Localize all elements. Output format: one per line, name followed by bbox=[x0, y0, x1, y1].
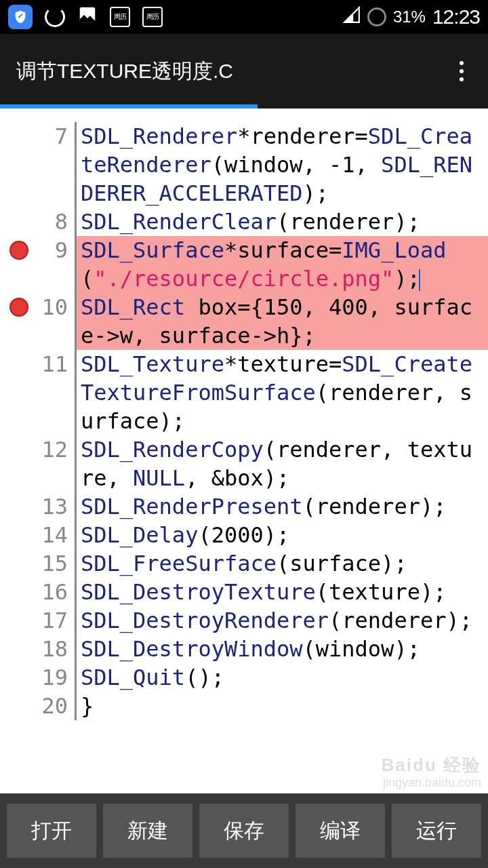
line-number: 9 bbox=[55, 236, 68, 264]
code-line[interactable]: 19SDL_Quit(); bbox=[0, 663, 488, 692]
line-number: 19 bbox=[41, 663, 68, 692]
new-button[interactable]: 新建 bbox=[103, 804, 192, 858]
code-text[interactable]: SDL_DestroyTexture(texture); bbox=[77, 578, 488, 606]
line-number: 11 bbox=[41, 350, 68, 378]
bottom-toolbar: 打开 新建 保存 编译 运行 bbox=[0, 793, 488, 868]
code-text[interactable]: SDL_Texture*texture=SDL_CreateTextureFro… bbox=[77, 350, 488, 435]
gutter[interactable]: 9 bbox=[0, 236, 75, 293]
code-line[interactable]: 13SDL_RenderPresent(renderer); bbox=[0, 492, 488, 521]
gutter[interactable]: 8 bbox=[0, 208, 75, 236]
battery-icon bbox=[367, 7, 386, 26]
gutter[interactable]: 15 bbox=[0, 549, 75, 578]
text-cursor bbox=[419, 269, 420, 291]
gutter[interactable]: 13 bbox=[0, 492, 75, 521]
status-bar: 周历 周历 31% 12:23 bbox=[0, 0, 488, 34]
gutter[interactable]: 10 bbox=[0, 293, 75, 350]
code-line[interactable]: 9SDL_Surface*surface=IMG_Load("./resourc… bbox=[0, 236, 488, 293]
more-menu-button[interactable] bbox=[451, 53, 472, 90]
file-title[interactable]: 调节TEXTURE透明度.C bbox=[16, 58, 233, 85]
code-text[interactable]: SDL_RenderClear(renderer); bbox=[77, 208, 488, 236]
code-line[interactable]: 15SDL_FreeSurface(surface); bbox=[0, 549, 488, 578]
gutter[interactable]: 18 bbox=[0, 635, 75, 663]
code-text[interactable]: SDL_Delay(2000); bbox=[77, 521, 488, 549]
signal-icon bbox=[343, 6, 361, 28]
app-bar: 调节TEXTURE透明度.C bbox=[0, 34, 488, 108]
code-text[interactable]: SDL_DestroyWindow(window); bbox=[77, 635, 488, 663]
gutter[interactable]: 16 bbox=[0, 578, 75, 606]
code-line[interactable]: 16SDL_DestroyTexture(texture); bbox=[0, 578, 488, 606]
code-text[interactable]: SDL_Renderer*renderer=SDL_CreateRenderer… bbox=[77, 122, 488, 208]
line-number: 18 bbox=[41, 635, 68, 663]
status-left: 周历 周历 bbox=[8, 5, 163, 30]
line-number: 8 bbox=[55, 208, 68, 236]
line-number: 12 bbox=[41, 435, 68, 464]
run-button[interactable]: 运行 bbox=[392, 804, 481, 858]
status-right: 31% 12:23 bbox=[343, 5, 480, 28]
calendar-icon-2: 周历 bbox=[142, 7, 163, 27]
code-text[interactable]: } bbox=[77, 692, 488, 720]
gutter[interactable]: 11 bbox=[0, 350, 75, 435]
line-number: 10 bbox=[41, 293, 68, 321]
code-text[interactable]: SDL_RenderPresent(renderer); bbox=[77, 492, 488, 521]
shield-app-icon bbox=[8, 5, 33, 29]
code-text[interactable]: SDL_DestroyRenderer(renderer); bbox=[77, 606, 488, 635]
line-number: 16 bbox=[41, 578, 68, 606]
save-button[interactable]: 保存 bbox=[199, 804, 289, 858]
code-text[interactable]: SDL_Surface*surface=IMG_Load("./resource… bbox=[77, 236, 488, 293]
line-number: 14 bbox=[41, 521, 68, 549]
gallery-icon bbox=[77, 5, 98, 30]
gutter[interactable]: 14 bbox=[0, 521, 75, 549]
gutter[interactable]: 12 bbox=[0, 435, 75, 492]
code-line[interactable]: 10SDL_Rect box={150, 400, surface->w, su… bbox=[0, 293, 488, 350]
code-editor[interactable]: 61280, SDL_WINDOW_SHOWN);7SDL_Renderer*r… bbox=[0, 108, 488, 793]
code-line[interactable]: 8SDL_RenderClear(renderer); bbox=[0, 208, 488, 236]
line-number: 7 bbox=[55, 122, 68, 151]
code-line[interactable]: 7SDL_Renderer*renderer=SDL_CreateRendere… bbox=[0, 122, 488, 208]
battery-percentage: 31% bbox=[393, 7, 426, 26]
code-line[interactable]: 18SDL_DestroyWindow(window); bbox=[0, 635, 488, 663]
gutter[interactable]: 19 bbox=[0, 663, 75, 692]
clock: 12:23 bbox=[432, 5, 480, 28]
loading-icon bbox=[45, 7, 65, 27]
line-number: 17 bbox=[41, 606, 68, 635]
gutter[interactable]: 20 bbox=[0, 692, 75, 720]
line-number: 15 bbox=[41, 549, 68, 578]
line-number: 20 bbox=[41, 692, 68, 720]
breakpoint-icon[interactable] bbox=[9, 298, 28, 317]
compile-button[interactable]: 编译 bbox=[296, 804, 385, 858]
code-line[interactable]: 14SDL_Delay(2000); bbox=[0, 521, 488, 549]
code-line[interactable]: 12SDL_RenderCopy(renderer, texture, NULL… bbox=[0, 435, 488, 492]
code-text[interactable]: SDL_RenderCopy(renderer, texture, NULL, … bbox=[77, 435, 488, 492]
open-button[interactable]: 打开 bbox=[7, 804, 96, 858]
breakpoint-icon[interactable] bbox=[9, 241, 28, 260]
code-text[interactable]: SDL_Rect box={150, 400, surface->w, surf… bbox=[77, 293, 488, 350]
code-text[interactable]: SDL_Quit(); bbox=[77, 663, 488, 692]
code-line[interactable]: 20} bbox=[0, 692, 488, 720]
code-line[interactable]: 11SDL_Texture*texture=SDL_CreateTextureF… bbox=[0, 350, 488, 435]
gutter[interactable]: 7 bbox=[0, 122, 75, 208]
code-line[interactable]: 17SDL_DestroyRenderer(renderer); bbox=[0, 606, 488, 635]
code-text[interactable]: SDL_FreeSurface(surface); bbox=[77, 549, 488, 578]
line-number: 13 bbox=[41, 492, 68, 521]
calendar-icon-1: 周历 bbox=[110, 7, 130, 27]
gutter[interactable]: 17 bbox=[0, 606, 75, 635]
